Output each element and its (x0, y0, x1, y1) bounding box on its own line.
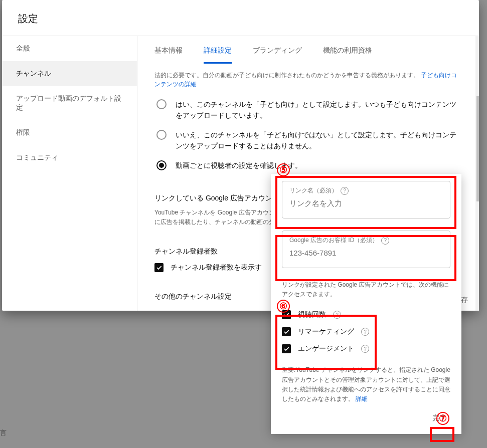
annotation-6: ⑥ (277, 300, 290, 313)
radio-label: いいえ、このチャンネルを「子ども向けではない」として設定します。子ども向けコンテ… (176, 129, 462, 152)
audience-radio-group: はい、このチャンネルを「子ども向け」として設定します。いつも子ども向けコンテンツ… (154, 94, 462, 174)
scrollbar-thumb[interactable] (476, 96, 479, 201)
important-note: 重要:YouTube チャンネルをリンクすると、指定された Google 広告ア… (282, 365, 450, 404)
feature-label: リマーケティング (298, 327, 354, 336)
link-name-label: リンク名（必須） ? (289, 186, 443, 195)
feature-label: 視聴回数 (298, 310, 326, 319)
sidebar-item-community[interactable]: コミュニティ (2, 145, 137, 170)
tab-basic-info[interactable]: 基本情報 (154, 46, 183, 64)
customer-id-label: Google 広告のお客様 ID（必須） ? (289, 236, 443, 245)
legal-text: 法的に必要です。自分の動画が子ども向けに制作されたものかどうかを申告する義務があ… (154, 72, 419, 79)
details-link[interactable]: 詳細 (356, 395, 368, 402)
radio-label: はい、このチャンネルを「子ども向け」として設定します。いつも子ども向けコンテンツ… (176, 99, 462, 121)
feature-views[interactable]: 視聴回数 ? (282, 306, 450, 323)
feature-engagement[interactable]: エンゲージメント ? (282, 340, 450, 357)
feature-label: エンゲージメント (298, 344, 354, 353)
audience-legal-text: 法的に必要です。自分の動画が子ども向けに制作されたものかどうかを申告する義務があ… (154, 71, 462, 89)
tab-branding[interactable]: ブランディング (253, 46, 302, 64)
help-icon[interactable]: ? (361, 328, 369, 336)
help-icon[interactable]: ? (361, 345, 369, 353)
help-icon[interactable]: ? (333, 311, 341, 319)
label-text: Google 広告のお客様 ID（必須） (289, 236, 378, 245)
annotation-5: ⑤ (277, 163, 290, 176)
features-desc: リンクが設定された Google 広告アカウントでは、次の機能にアクセスできます… (282, 280, 450, 299)
truncated-text: 言 (0, 428, 7, 437)
checkbox-icon (282, 344, 291, 353)
sidebar-item-general[interactable]: 全般 (2, 36, 137, 61)
radio-icon (156, 160, 167, 170)
radio-per-video[interactable]: 動画ごとに視聴者の設定を確認します。 (154, 155, 462, 174)
help-icon[interactable]: ? (381, 237, 389, 245)
customer-id-input[interactable] (289, 249, 443, 257)
tabs: 基本情報 詳細設定 ブランディング 機能の利用資格 (154, 36, 462, 64)
tab-advanced[interactable]: 詳細設定 (204, 46, 232, 64)
scrollbar[interactable] (475, 36, 479, 311)
features-checkboxes: 視聴回数 ? リマーケティング ? エンゲージメント ? (282, 306, 450, 357)
annotation-7: ⑦ (436, 412, 449, 425)
label-text: リンク名（必須） (289, 186, 338, 195)
feature-remarketing[interactable]: リマーケティング ? (282, 323, 450, 340)
customer-id-field[interactable]: Google 広告のお客様 ID（必須） ? (282, 231, 450, 268)
subscriber-checkbox-label: チャンネル登録者数を表示す (171, 263, 262, 272)
radio-icon (156, 99, 167, 109)
radio-kids-no[interactable]: いいえ、このチャンネルを「子ども向けではない」として設定します。子ども向けコンテ… (154, 124, 462, 155)
checkbox-icon (154, 263, 164, 272)
radio-kids-yes[interactable]: はい、このチャンネルを「子ども向け」として設定します。いつも子ども向けコンテンツ… (154, 94, 462, 124)
link-name-field[interactable]: リンク名（必須） ? (282, 181, 450, 218)
sidebar-item-permissions[interactable]: 権限 (2, 120, 137, 145)
modal-title: 設定 (2, 0, 479, 36)
settings-sidebar: 全般 チャンネル アップロード動画のデフォルト設定 権限 コミュニティ (2, 36, 137, 311)
checkbox-icon (282, 327, 291, 336)
tab-feature-eligibility[interactable]: 機能の利用資格 (323, 46, 372, 64)
sidebar-item-upload-defaults[interactable]: アップロード動画のデフォルト設定 (2, 86, 137, 120)
link-account-popup: リンク名（必須） ? Google 広告のお客様 ID（必須） ? リンクが設定… (271, 174, 461, 434)
sidebar-item-channel[interactable]: チャンネル (2, 61, 137, 86)
help-icon[interactable]: ? (341, 187, 349, 195)
radio-icon (156, 130, 167, 140)
link-name-input[interactable] (289, 199, 443, 207)
